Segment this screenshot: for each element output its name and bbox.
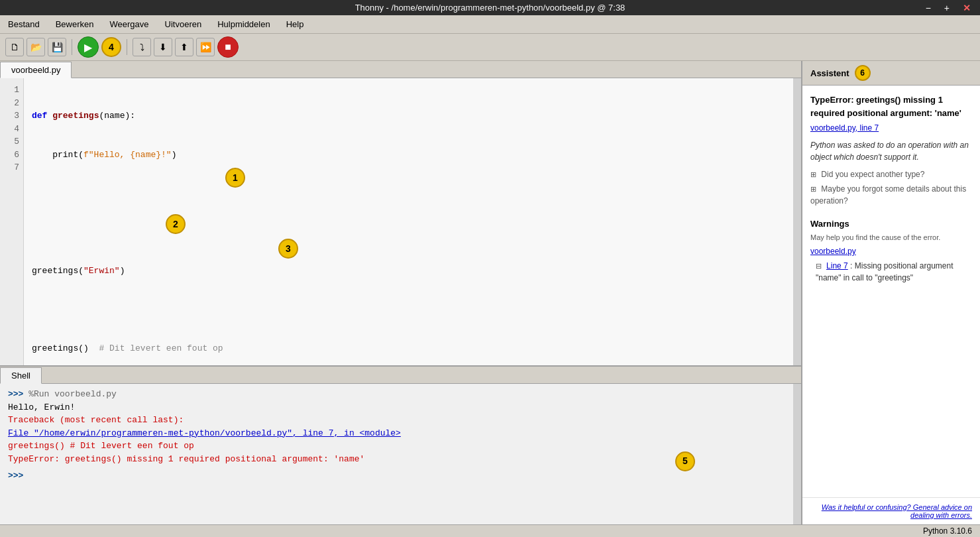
assistant-warn-item: ⊟ Line 7 : Missing positional argument "… xyxy=(810,260,972,284)
stop-button[interactable]: ■ xyxy=(217,36,239,58)
line-num-6: 6 xyxy=(4,149,19,162)
step-into-button[interactable]: ⬇ xyxy=(154,38,172,56)
shell-tab[interactable]: Shell xyxy=(0,367,42,384)
assistant-badge-6: 6 xyxy=(855,65,871,81)
step-out-button[interactable]: ⬆ xyxy=(175,38,193,56)
status-bar: Python 3.10.6 xyxy=(0,524,980,537)
code-badge-3: 3 xyxy=(278,239,298,259)
save-file-button[interactable]: 💾 xyxy=(48,38,66,56)
menu-bewerken[interactable]: Bewerken xyxy=(53,18,97,30)
tab-voorbeeld[interactable]: voorbeeld.py xyxy=(0,62,72,78)
assistant-error-link[interactable]: voorbeeld.py, line 7 xyxy=(810,123,879,133)
code-line-7: greetings() # Dit levert een fout op xyxy=(32,342,793,355)
code-line-2: print(f"Hello, {name}!") xyxy=(32,149,793,162)
code-line-5: greetings("Erwin") xyxy=(32,265,793,278)
assistant-italic-text: Python was asked to do an operation with… xyxy=(810,139,972,163)
menu-weergave[interactable]: Weergave xyxy=(107,18,152,30)
assistant-warn-link[interactable]: voorbeeld.py xyxy=(810,245,972,257)
shell-panel: Shell >>> %Run voorbeeld.py Hello, Erwin… xyxy=(0,365,801,524)
shell-run-line: >>> %Run voorbeeld.py xyxy=(8,388,793,401)
assistant-warnings-title: Warnings xyxy=(810,217,972,231)
menu-bestand[interactable]: Bestand xyxy=(5,18,42,30)
code-line-1: def greetings(name): xyxy=(32,109,793,123)
menu-hulpmiddelen[interactable]: Hulpmiddelen xyxy=(215,18,273,30)
code-editor[interactable]: 1 2 3 4 5 6 7 def greetings(name): print… xyxy=(0,78,801,365)
new-file-button[interactable]: 🗋 xyxy=(5,38,24,56)
assistant-hint-2[interactable]: ⊞ Maybe you forgot some details about th… xyxy=(810,183,972,207)
editor-scrollbar[interactable] xyxy=(793,78,801,365)
code-line-6 xyxy=(32,304,793,317)
assistant-footer-link[interactable]: Was it helpful or confusing? General adv… xyxy=(822,503,972,519)
title-bar-controls: − + ✕ xyxy=(922,1,975,15)
title-bar: Thonny - /home/erwin/programmeren-met-py… xyxy=(0,0,980,15)
line-num-3: 3 xyxy=(4,109,19,123)
expand-icon-2: ⊞ xyxy=(810,185,816,193)
shell-scrollbar[interactable] xyxy=(793,384,801,524)
toolbar: 🗋 📂 💾 ▶ 4 ⤵ ⬇ ⬆ ⏩ ■ xyxy=(0,34,980,61)
shell-badge-5: 5 xyxy=(675,451,695,471)
title-text: Thonny - /home/erwin/programmeren-met-py… xyxy=(355,3,626,13)
toolbar-separator xyxy=(72,39,72,55)
close-button[interactable]: ✕ xyxy=(959,1,975,15)
assistant-error-title: TypeError: greetings() missing 1 require… xyxy=(810,93,972,119)
tab-bar: voorbeeld.py xyxy=(0,61,801,78)
line-num-7: 7 xyxy=(4,161,19,174)
menu-bar: Bestand Bewerken Weergave Uitvoeren Hulp… xyxy=(0,15,980,34)
minimize-button[interactable]: − xyxy=(922,1,935,15)
code-badge-2: 2 xyxy=(166,214,186,234)
shell-file-link: File "/home/erwin/programmeren-met-pytho… xyxy=(8,427,793,440)
menu-help[interactable]: Help xyxy=(284,18,307,30)
assistant-warnings-subtitle: May help you find the cause of the error… xyxy=(810,232,972,243)
main-area: voorbeeld.py 1 2 3 4 5 6 7 def greetings… xyxy=(0,61,980,524)
run-button[interactable]: ▶ xyxy=(78,36,99,58)
shell-traceback-header: Traceback (most recent call last): xyxy=(8,414,793,427)
line-num-5: 5 xyxy=(4,135,19,149)
expand-icon-1: ⊞ xyxy=(810,170,816,178)
menu-uitvoeren[interactable]: Uitvoeren xyxy=(162,18,205,30)
editor-panel: voorbeeld.py 1 2 3 4 5 6 7 def greetings… xyxy=(0,61,801,524)
assistant-line7-link[interactable]: Line 7 xyxy=(826,261,848,270)
toolbar-badge-4: 4 xyxy=(101,37,121,57)
toolbar-separator-2 xyxy=(127,39,127,55)
code-line-3 xyxy=(32,187,793,200)
shell-tab-bar: Shell xyxy=(0,367,801,384)
code-line-4 xyxy=(32,226,793,239)
collapse-icon: ⊟ xyxy=(816,262,824,270)
assistant-body: TypeError: greetings() missing 1 require… xyxy=(802,86,980,497)
assistant-footer: Was it helpful or confusing? General adv… xyxy=(802,497,980,524)
code-badge-1: 1 xyxy=(225,168,245,188)
shell-output-1: Hello, Erwin! xyxy=(8,401,793,414)
line-num-4: 4 xyxy=(4,123,19,136)
maximize-button[interactable]: + xyxy=(940,1,953,15)
resume-button[interactable]: ⏩ xyxy=(196,38,215,56)
shell-file-link-text[interactable]: File "/home/erwin/programmeren-met-pytho… xyxy=(8,428,401,438)
line-num-2: 2 xyxy=(4,97,19,110)
assistant-hint-1[interactable]: ⊞ Did you expect another type? xyxy=(810,168,972,180)
open-file-button[interactable]: 📂 xyxy=(27,38,45,56)
line-num-1: 1 xyxy=(4,84,19,97)
step-over-button[interactable]: ⤵ xyxy=(133,38,151,56)
line-numbers: 1 2 3 4 5 6 7 xyxy=(0,78,24,365)
assistant-header: Assistent 6 xyxy=(802,61,980,86)
shell-code-line: greetings() # Dit levert een fout op xyxy=(8,440,793,453)
assistant-panel: Assistent 6 TypeError: greetings() missi… xyxy=(801,61,980,524)
assistant-title: Assistent xyxy=(810,68,849,78)
python-version: Python 3.10.6 xyxy=(923,526,972,536)
code-content[interactable]: def greetings(name): print(f"Hello, {nam… xyxy=(24,78,801,365)
shell-content[interactable]: >>> %Run voorbeeld.py Hello, Erwin! Trac… xyxy=(0,384,801,524)
